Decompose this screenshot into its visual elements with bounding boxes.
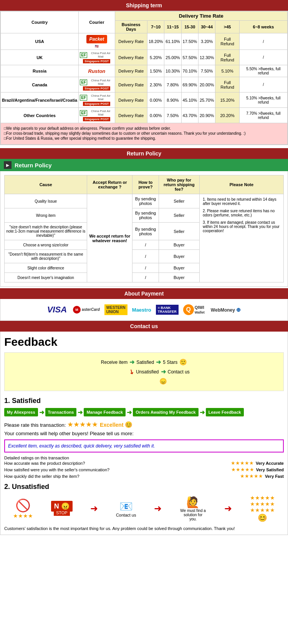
- unsatisfied-arrow-3: ➜: [224, 503, 232, 514]
- percent-cell: 70.10%: [181, 65, 198, 77]
- percent-cell: 20.00%: [198, 77, 215, 92]
- courier-cell: EFChina Post Air MailSingapore POST: [79, 50, 115, 65]
- country-cell: Russia: [1, 65, 79, 77]
- detail-stars-3: ★★★★★: [240, 473, 263, 479]
- step-transactions: Transactions: [45, 408, 77, 416]
- final-stars-icon: ★★★★★★★★★★★★★★★ 😊: [250, 495, 275, 522]
- shipping-notes: □We ship parcels to your default address…: [0, 123, 288, 145]
- percent-cell: 18.20%: [147, 33, 164, 50]
- delivery-rate-cell: Delivery Rate: [115, 92, 147, 108]
- percent-cell: 43.70%: [181, 108, 198, 123]
- cause-cell: Quality Issue: [5, 194, 87, 208]
- who-pay-cell: Buyer: [159, 273, 199, 282]
- arrow-2: ➜: [156, 358, 161, 366]
- step-arrow-4: ➜: [200, 409, 205, 416]
- col-11-15-header: 11~15: [164, 21, 181, 33]
- last-col-cell: 5.50% >8weeks, full refund: [239, 65, 287, 77]
- percent-cell: 1.50%: [147, 65, 164, 77]
- detail-stars-1: ★★★★★: [231, 460, 254, 466]
- percent-cell: 2.30%: [147, 77, 164, 92]
- how-to-prove-cell: /: [132, 250, 159, 263]
- step-arrow-1: ➜: [39, 409, 44, 416]
- full-refund-cell: 15.20%: [215, 92, 240, 108]
- maestro-logo: Maestro: [131, 306, 153, 314]
- shipping-note-3: □For United States & Russia, we offer sp…: [4, 136, 284, 140]
- webmoney-logo: WebMoney ⊕: [209, 306, 242, 314]
- shipping-note-2: □For cross-broad trade, shipping may sli…: [4, 131, 284, 135]
- country-cell: UK: [1, 50, 79, 65]
- percent-cell: 7.50%: [198, 65, 215, 77]
- unsatisfied-arrow-1: ➜: [90, 503, 98, 514]
- step-my-aliexpress: My Aliexpress: [4, 408, 38, 416]
- cause-cell: "Doesn't fit(item's measurement is the s…: [5, 250, 87, 263]
- courier-cell: Packet🇺🇸: [79, 33, 115, 50]
- payment-section: About Payment VISA M asterCard WESTERNUN…: [0, 288, 288, 321]
- cause-cell: "size doesn't match the description (ple…: [5, 223, 87, 240]
- percent-cell: 7.50%: [164, 108, 181, 123]
- delivery-rate-cell: Delivery Rate: [115, 50, 147, 65]
- country-cell: Canada: [1, 77, 79, 92]
- last-col-cell: /: [239, 77, 287, 92]
- smile-emoji-2: 😊: [125, 421, 132, 428]
- how-to-prove-cell: /: [132, 240, 159, 250]
- last-col-cell: 5.10% >8weeks, full refund: [239, 92, 287, 108]
- who-pay-cell: Buyer: [159, 263, 199, 273]
- cause-cell: Doesn't meet buyer's imagination: [5, 273, 87, 282]
- who-pay-cell: Buyer: [159, 240, 199, 250]
- detail-value-2: Very Satisfied: [256, 467, 284, 472]
- detail-value-3: Very Fast: [265, 474, 284, 479]
- solution-label: We must find a solution for you.: [180, 509, 207, 521]
- return-icon: ▶: [4, 161, 12, 169]
- western-union-logo: WESTERNUNION: [104, 304, 127, 315]
- percent-cell: 10.30%: [164, 65, 181, 77]
- who-pay-cell: Seller: [159, 194, 199, 208]
- shipping-header: Shipping term: [0, 0, 288, 11]
- detailed-ratings: Detailed ratings on this transaction How…: [4, 456, 284, 479]
- delivery-rate-cell: Delivery Rate: [115, 77, 147, 92]
- courier-cell: EFChina Post Air MailSingapore POST: [79, 108, 115, 123]
- full-refund-cell: Full Refund: [215, 33, 240, 50]
- full-refund-cell: 5.10%: [215, 65, 240, 77]
- how-to-prove-cell: /: [132, 273, 159, 282]
- how-to-prove-cell: By sending photos: [132, 208, 159, 223]
- step-arrow-3: ➜: [127, 409, 132, 416]
- percent-cell: 0.00%: [147, 92, 164, 108]
- detail-label-2: How satisfied were you with the seller's…: [4, 467, 229, 472]
- visa-logo: VISA: [46, 304, 68, 315]
- contact-header: Contact us: [0, 321, 288, 332]
- return-policy-title-bar: ▶ Return Policy: [0, 159, 288, 171]
- business-days-header: Business Days: [115, 21, 147, 33]
- country-header: Country: [1, 12, 79, 33]
- percent-cell: 45.10%: [181, 92, 198, 108]
- return-section: Return Policy ▶ Return Policy Cause Acce…: [0, 148, 288, 287]
- please-note-header: Please Note: [199, 175, 283, 194]
- accept-cell: We accept return for whatever reason!: [87, 194, 132, 282]
- return-header: Return Policy: [0, 148, 288, 159]
- country-cell: USA: [1, 33, 79, 50]
- unsatisfied-label: Unsatisfied: [136, 369, 159, 375]
- unsatisfied-section-title: 2. Unsatisfied: [4, 483, 284, 491]
- who-pay-header: Who pay for return shipping fee?: [159, 175, 199, 194]
- who-pay-cell: Seller: [159, 223, 199, 240]
- last-col-cell: /: [239, 33, 287, 50]
- cause-cell: Wrong item: [5, 208, 87, 223]
- delivery-rate-cell: Delivery Rate: [115, 108, 147, 123]
- qiwi-logo: Q QIWIWallet: [182, 304, 206, 316]
- col-gt45-header: >45: [215, 21, 240, 33]
- bank-transfer-logo: ≡ BANKTRANSFER: [156, 305, 179, 315]
- smile-emoji: 🙂: [179, 358, 187, 366]
- no-entry-icon: 🚫 ★★★★: [13, 498, 33, 519]
- col-6-8-header: 6~8 weeks: [239, 21, 287, 33]
- payment-header: About Payment: [0, 288, 288, 299]
- delivery-time-header: Delivery Time Rate: [115, 12, 287, 21]
- full-refund-cell: 20.20%: [215, 108, 240, 123]
- who-pay-cell: Seller: [159, 208, 199, 223]
- detail-value-1: Very Accurate: [256, 461, 284, 466]
- percent-cell: 0.00%: [147, 108, 164, 123]
- detail-label-3: How quickly did the seller ship the item…: [4, 474, 238, 479]
- question-person-icon: 🙋 We must find a solution for you.: [180, 496, 207, 521]
- courier-cell: Ruston: [79, 65, 115, 77]
- percent-cell: 17.50%: [181, 33, 198, 50]
- percent-cell: 3.20%: [198, 33, 215, 50]
- col-15-30-header: 15-30: [181, 21, 198, 33]
